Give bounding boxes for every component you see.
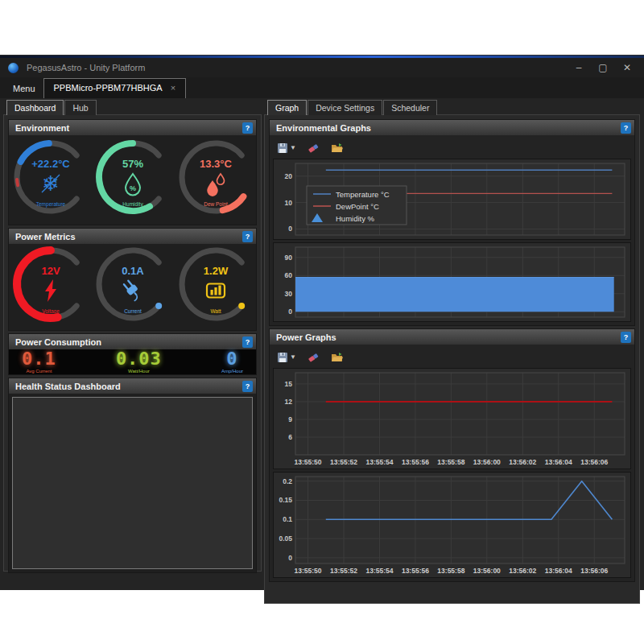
svg-text:13:56:00: 13:56:00 [473,458,501,466]
svg-text:13:55:54: 13:55:54 [365,458,393,466]
tab-close-icon[interactable]: × [171,83,175,93]
environment-group: Environment ? +22.2°C❄Temperature57%%Hum… [8,119,257,225]
svg-text:9: 9 [288,415,292,423]
tab-device[interactable]: PPBMicro-PPBM77HBHGA × [43,78,187,98]
svg-text:+22.2°C: +22.2°C [31,158,70,170]
svg-text:13:55:56: 13:55:56 [402,458,429,466]
svg-text:0: 0 [288,225,292,233]
chevron-down-icon: ▼ [290,353,296,361]
environment-gauges: +22.2°C❄Temperature57%%Humidity13.3°CDew… [9,135,256,225]
svg-text:13:55:58: 13:55:58 [437,567,464,575]
power-metrics-gauges: 12VVoltage0.1ACurrent1.2WWatt [9,244,256,330]
tab-menu[interactable]: Menu [5,80,43,98]
readout-label: Amp/Hour [221,369,243,374]
svg-text:13:56:04: 13:56:04 [545,458,572,466]
svg-text:60: 60 [285,271,293,279]
help-button[interactable]: ? [621,122,631,134]
svg-text:Voltage: Voltage [42,308,60,315]
help-button[interactable]: ? [242,336,253,348]
graph-body: Environmental Graphs ? [264,114,640,604]
health-status-title: Health Status Dashboard [15,382,121,391]
tab-scheduler[interactable]: Scheduler [383,100,437,115]
pegasusastro-logo-icon [8,63,19,73]
main-tab-strip: Menu PPBMicro-PPBM77HBHGA × [0,77,644,99]
save-icon [277,352,288,363]
svg-text:Temperature: Temperature [36,201,66,208]
save-icon [277,142,288,154]
help-button[interactable]: ? [242,122,253,134]
minimize-button[interactable]: – [567,60,591,76]
health-status-body [9,394,256,572]
voltage-chart: 69121513:55:5013:55:5213:55:5413:55:5613… [273,368,631,469]
clear-graph-button[interactable] [305,350,322,365]
power-metrics-group: Power Metrics ? 12VVoltage0.1ACurrent1.2… [8,228,257,331]
svg-text:0.1: 0.1 [283,515,292,523]
environmental-graphs-title: Environmental Graphs [276,123,371,133]
help-button[interactable]: ? [242,231,253,242]
svg-text:6: 6 [288,433,292,441]
tab-device-settings[interactable]: Device Settings [308,100,382,115]
save-graph-button[interactable]: ▼ [275,141,299,155]
maximize-button[interactable]: ▢ [591,60,615,76]
clear-graph-button[interactable] [305,141,322,155]
humidity-chart: 0306090 [273,242,631,322]
voltage-icon [45,279,56,302]
svg-text:0: 0 [288,308,292,316]
svg-text:13:55:56: 13:55:56 [402,567,429,575]
svg-text:0.1A: 0.1A [122,265,145,277]
svg-text:13:56:06: 13:56:06 [580,458,608,466]
chevron-down-icon: ▼ [290,144,296,151]
svg-text:Dew Point: Dew Point [204,201,228,207]
save-graph-button[interactable]: ▼ [275,350,299,365]
svg-text:0.2: 0.2 [283,477,292,485]
svg-text:Watt: Watt [210,308,221,314]
left-tab-strip: Dashboard Hub [3,100,262,115]
svg-text:13:55:58: 13:55:58 [437,458,464,466]
svg-text:Current: Current [124,308,142,314]
gauge-humidity: 57%%Humidity [91,136,173,225]
health-status-header: Health Status Dashboard ? [9,378,256,394]
svg-text:13:56:06: 13:56:06 [580,567,608,575]
eraser-icon [308,352,320,363]
window-controls: – ▢ ✕ [567,60,639,76]
folder-open-icon [331,352,344,363]
readout-watt-hour: 0.03Watt/Hour [116,350,162,374]
svg-text:Humidity %: Humidity % [336,214,375,223]
content-area: Dashboard Hub Environment ? +22.2°C❄Temp… [0,98,644,590]
help-button[interactable]: ? [621,332,631,343]
svg-text:13:55:50: 13:55:50 [295,458,322,466]
svg-text:0.05: 0.05 [279,535,292,543]
close-button[interactable]: ✕ [615,60,639,76]
tab-dashboard[interactable]: Dashboard [6,100,64,115]
environment-header: Environment ? [9,120,256,135]
temperature-dewpoint-chart: 01020Temperature °CDewPoint °CHumidity % [273,159,631,240]
environmental-graphs-header: Environmental Graphs ? [270,120,634,135]
svg-text:13:56:02: 13:56:02 [509,458,536,466]
svg-text:%: % [130,184,136,192]
open-graph-button[interactable] [328,350,346,365]
svg-text:13:56:02: 13:56:02 [509,567,536,575]
tab-graph[interactable]: Graph [267,100,307,115]
folder-open-icon [331,142,344,154]
svg-text:13:55:52: 13:55:52 [330,458,357,466]
humidity-icon: % [126,174,140,196]
power-graphs-header: Power Graphs ? [270,329,634,345]
svg-text:20: 20 [285,172,293,180]
readout-amp-hour: 0Amp/Hour [221,350,243,374]
svg-text:0: 0 [288,554,292,562]
dashboard-body: Environment ? +22.2°C❄Temperature57%%Hum… [3,114,262,572]
power-consumption-group: Power Consumption ? 0.1Avg Current0.03Wa… [8,333,257,375]
current-icon [122,279,143,300]
current-chart: 00.050.10.150.213:55:5013:55:5213:55:541… [273,472,631,578]
readout-value: 0.1 [22,350,56,368]
svg-text:DewPoint °C: DewPoint °C [336,202,379,211]
tab-device-label: PPBMicro-PPBM77HBHGA [54,83,163,93]
tab-hub[interactable]: Hub [64,100,96,115]
gauge-dewpoint: 13.3°CDew Point [174,136,256,225]
environment-title: Environment [15,123,69,133]
svg-text:13:55:52: 13:55:52 [330,567,357,575]
help-button[interactable]: ? [242,381,253,392]
dewpoint-icon [207,174,224,196]
open-graph-button[interactable] [328,141,346,155]
temperature-icon: ❄ [42,171,60,196]
